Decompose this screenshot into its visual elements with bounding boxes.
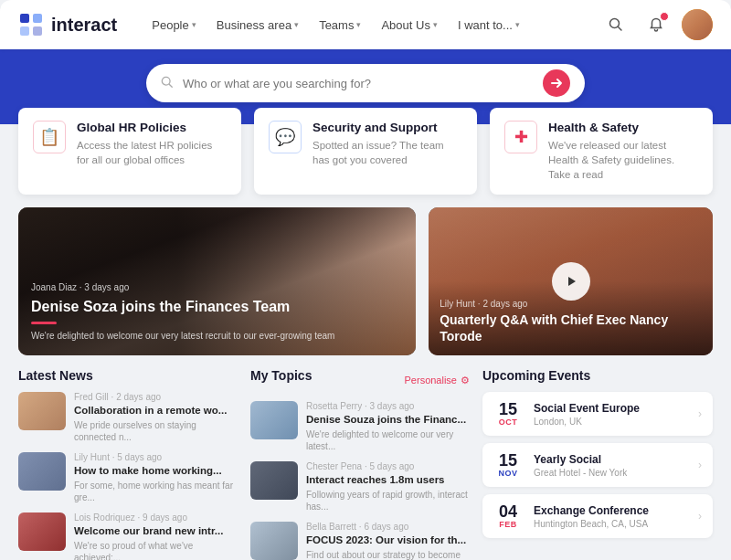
- card-security-support[interactable]: 💬 Security and Support Spotted an issue?…: [254, 108, 477, 195]
- personalise-button[interactable]: Personalise ⚙: [405, 375, 470, 386]
- nav-teams[interactable]: Teams ▾: [310, 13, 370, 37]
- event-location-1: Great Hotel - New York: [534, 468, 687, 478]
- news-headline-0: Collaboration in a remote wo...: [74, 404, 238, 417]
- chevron-right-icon: ›: [698, 407, 702, 420]
- arrow-right-icon: [550, 77, 563, 90]
- card-global-hr[interactable]: 📋 Global HR Policies Access the latest H…: [18, 108, 241, 195]
- security-title: Security and Support: [313, 121, 462, 134]
- news-thumbnail-2: [18, 512, 66, 551]
- logo[interactable]: interact: [18, 12, 117, 37]
- svg-line-5: [619, 27, 622, 31]
- news-meta-0: Fred Gill · 2 days ago: [74, 392, 238, 402]
- my-topics-title: My Topics: [250, 368, 312, 383]
- topic-thumbnail-1: [250, 461, 298, 500]
- svg-rect-2: [20, 26, 29, 36]
- chevron-down-icon: ▾: [192, 20, 196, 29]
- nav-links: People ▾ Business area ▾ Teams ▾ About U…: [143, 13, 601, 37]
- my-topics-section: My Topics Personalise ⚙ Rosetta Perry · …: [250, 368, 470, 560]
- search-button[interactable]: [601, 10, 630, 39]
- featured-title: Denise Soza joins the Finances Team: [31, 298, 334, 316]
- event-name-2: Exchange Conference: [534, 504, 687, 517]
- event-location-2: Huntington Beach, CA, USA: [534, 519, 687, 529]
- nav-i-want-to[interactable]: I want to... ▾: [449, 13, 529, 37]
- health-desc: We've released our latest Health & Safet…: [548, 138, 698, 182]
- settings-icon: ⚙: [461, 375, 470, 386]
- event-item-0[interactable]: 15 OCT Social Event Europe London, UK ›: [482, 392, 713, 436]
- news-item-0[interactable]: Fred Gill · 2 days ago Collaboration in …: [18, 392, 238, 443]
- news-thumbnail-1: [18, 452, 66, 491]
- news-excerpt-0: We pride ourselves on staying connected …: [74, 419, 238, 443]
- health-title: Health & Safety: [548, 121, 698, 134]
- news-excerpt-2: We're so proud of what we've achieved:..…: [74, 540, 238, 560]
- svg-rect-0: [20, 14, 29, 23]
- news-item-2[interactable]: Lois Rodriquez · 9 days ago Welcome our …: [18, 512, 238, 560]
- search-submit-button[interactable]: [543, 69, 570, 97]
- topic-item-1[interactable]: Chester Pena · 5 days ago Interact reach…: [250, 461, 470, 512]
- chevron-right-icon: ›: [698, 510, 702, 523]
- featured-author: Joana Diaz · 3 days ago: [31, 282, 334, 292]
- topic-headline-2: FOCUS 2023: Our vision for th...: [306, 534, 470, 547]
- featured-video-article[interactable]: Lily Hunt · 2 days ago Quarterly Q&A wit…: [429, 207, 713, 355]
- topic-meta-2: Bella Barrett · 6 days ago: [306, 522, 470, 532]
- search-input[interactable]: [183, 77, 543, 90]
- nav-business-area[interactable]: Business area ▾: [207, 13, 308, 37]
- info-cards-row: 📋 Global HR Policies Access the latest H…: [0, 108, 731, 195]
- latest-news-title: Latest News: [18, 368, 238, 383]
- topic-meta-1: Chester Pena · 5 days ago: [306, 461, 470, 471]
- video-title: Quarterly Q&A with Chief Exec Nancy Toro…: [440, 312, 702, 344]
- event-name-1: Yearly Social: [534, 453, 687, 466]
- featured-excerpt: We're delighted to welcome our very late…: [31, 330, 334, 343]
- topic-headline-1: Interact reaches 1.8m users: [306, 473, 470, 487]
- user-avatar[interactable]: [682, 9, 713, 40]
- topics-header: My Topics Personalise ⚙: [250, 368, 470, 392]
- event-item-1[interactable]: 15 NOV Yearly Social Great Hotel - New Y…: [482, 443, 713, 487]
- event-date-1: 15 NOV: [493, 452, 523, 478]
- search-icon: [609, 17, 623, 32]
- upcoming-events-section: Upcoming Events 15 OCT Social Event Euro…: [482, 368, 713, 560]
- news-thumbnail-0: [18, 392, 66, 430]
- topic-item-0[interactable]: Rosetta Perry · 3 days ago Denise Souza …: [250, 401, 470, 452]
- navbar: interact People ▾ Business area ▾ Teams …: [0, 0, 731, 49]
- chevron-down-icon: ▾: [294, 20, 299, 29]
- topic-excerpt-2: Find out about our strategy to become gl…: [306, 549, 470, 560]
- event-location-0: London, UK: [534, 417, 687, 427]
- featured-section: Joana Diaz · 3 days ago Denise Soza join…: [0, 195, 731, 368]
- event-item-2[interactable]: 04 FEB Exchange Conference Huntington Be…: [482, 494, 713, 538]
- upcoming-events-title: Upcoming Events: [482, 368, 713, 383]
- topic-meta-0: Rosetta Perry · 3 days ago: [306, 401, 470, 411]
- news-meta-1: Lily Hunt · 5 days ago: [74, 452, 238, 462]
- topic-excerpt-0: We're delighted to welcome our very late…: [306, 428, 470, 452]
- news-excerpt-1: For some, home working has meant far gre…: [74, 480, 238, 503]
- svg-rect-1: [33, 14, 42, 23]
- event-name-0: Social Event Europe: [534, 402, 687, 415]
- news-headline-2: Welcome our brand new intr...: [74, 524, 238, 538]
- bottom-row: Latest News Fred Gill · 2 days ago Colla…: [0, 368, 731, 560]
- topic-excerpt-1: Following years of rapid growth, interac…: [306, 489, 470, 512]
- hr-policies-desc: Access the latest HR policies for all ou…: [77, 138, 227, 167]
- brand-name: interact: [51, 15, 117, 36]
- topic-headline-0: Denise Souza joins the Financ...: [306, 413, 470, 427]
- nav-actions: [601, 9, 713, 40]
- nav-about-us[interactable]: About Us ▾: [372, 13, 446, 37]
- hr-policies-icon: 📋: [33, 121, 66, 153]
- nav-people[interactable]: People ▾: [143, 13, 205, 37]
- notifications-button[interactable]: [641, 10, 671, 39]
- security-desc: Spotted an issue? The team has got you c…: [313, 138, 462, 167]
- svg-line-7: [169, 84, 172, 87]
- featured-main-article[interactable]: Joana Diaz · 3 days ago Denise Soza join…: [18, 207, 416, 355]
- health-icon: ✚: [504, 121, 537, 153]
- featured-underline: [31, 322, 57, 324]
- news-item-1[interactable]: Lily Hunt · 5 days ago How to make home …: [18, 452, 238, 503]
- search-bar: [146, 64, 585, 102]
- chevron-down-icon: ▾: [515, 20, 520, 29]
- play-icon: [565, 275, 577, 288]
- news-headline-1: How to make home working...: [74, 464, 238, 478]
- card-health-safety[interactable]: ✚ Health & Safety We've released our lat…: [490, 108, 713, 195]
- latest-news-section: Latest News Fred Gill · 2 days ago Colla…: [18, 368, 238, 560]
- chevron-down-icon: ▾: [356, 20, 361, 29]
- bell-icon: [649, 17, 663, 32]
- topic-item-2[interactable]: Bella Barrett · 6 days ago FOCUS 2023: O…: [250, 522, 470, 560]
- topic-thumbnail-0: [250, 401, 298, 439]
- security-icon: 💬: [269, 121, 302, 153]
- topic-thumbnail-2: [250, 522, 298, 560]
